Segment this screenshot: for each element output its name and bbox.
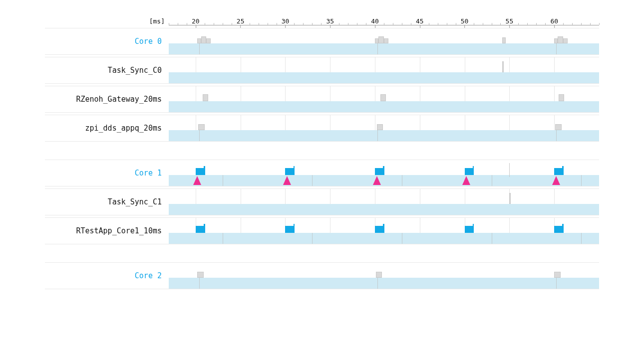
row-core2[interactable]: Core 2 — [45, 262, 599, 289]
row-label: Core 2 — [45, 263, 169, 289]
exec-block[interactable] — [502, 37, 506, 43]
exec-block[interactable] — [380, 94, 386, 101]
row-lane[interactable] — [169, 86, 599, 112]
execution-track — [169, 72, 599, 83]
trace-timeline-view: [ms]202530354045505560Core 0Task_Sync_C0… — [0, 0, 644, 362]
execution-track — [169, 278, 599, 289]
row-lane[interactable] — [169, 57, 599, 83]
axis-tick: 50 — [461, 17, 469, 25]
exec-block[interactable] — [563, 38, 568, 43]
axis-tick: 55 — [506, 17, 514, 25]
row-lane[interactable] — [169, 218, 599, 244]
exec-block[interactable] — [384, 38, 388, 43]
axis-tick: 40 — [371, 17, 379, 25]
row-lane[interactable] — [169, 263, 599, 289]
axis-tick: 25 — [237, 17, 245, 25]
exec-block[interactable] — [473, 224, 474, 233]
row-label: Core 0 — [45, 28, 169, 54]
row-rzenoh_gateway_20ms[interactable]: RZenoh_Gateway_20ms — [45, 86, 599, 113]
axis-tick: 45 — [416, 17, 424, 25]
exec-block[interactable] — [294, 224, 295, 233]
exec-block[interactable] — [198, 124, 205, 130]
activation-marker — [373, 176, 381, 185]
exec-block[interactable] — [204, 166, 205, 175]
axis-tick: 35 — [326, 17, 334, 25]
exec-block[interactable] — [554, 226, 562, 233]
exec-block[interactable] — [473, 166, 474, 175]
row-label: Task_Sync_C0 — [45, 57, 169, 83]
group-core1: Core 1Task_Sync_C1RTestApp_Core1_10ms — [45, 160, 599, 244]
exec-block[interactable] — [376, 272, 382, 278]
exec-block[interactable] — [201, 36, 207, 43]
exec-block[interactable] — [375, 168, 383, 175]
axis-tick: 20 — [192, 17, 200, 25]
exec-block[interactable] — [294, 166, 295, 175]
group-core2: Core 2 — [45, 262, 599, 289]
axis-tick: 30 — [282, 17, 290, 25]
row-lane[interactable] — [169, 189, 599, 215]
row-label: Core 1 — [45, 160, 169, 186]
activation-marker — [462, 176, 470, 185]
exec-block[interactable] — [555, 124, 562, 130]
exec-block[interactable] — [465, 226, 473, 233]
row-rtestapp_core1_10ms[interactable]: RTestApp_Core1_10ms — [45, 217, 599, 244]
row-core0[interactable]: Core 0 — [45, 28, 599, 55]
exec-block[interactable] — [554, 272, 561, 278]
group-core0: Core 0Task_Sync_C0RZenoh_Gateway_20mszpi… — [45, 28, 599, 142]
row-label: zpi_dds_appq_20ms — [45, 115, 169, 141]
axis-ticks: 202530354045505560 — [169, 10, 599, 25]
exec-block[interactable] — [562, 224, 564, 233]
exec-block[interactable] — [375, 226, 383, 233]
exec-block[interactable] — [377, 124, 383, 130]
timeline-chart[interactable]: [ms]202530354045505560Core 0Task_Sync_C0… — [45, 10, 599, 289]
exec-block[interactable] — [197, 38, 201, 43]
row-lane[interactable] — [169, 160, 599, 186]
exec-block[interactable] — [558, 36, 563, 43]
execution-track — [169, 175, 599, 186]
row-label: RTestApp_Core1_10ms — [45, 218, 169, 244]
exec-block[interactable] — [378, 36, 384, 43]
activation-marker — [283, 176, 291, 185]
exec-block[interactable] — [203, 94, 208, 101]
execution-track — [169, 43, 599, 54]
execution-track — [169, 204, 599, 215]
row-label: Task_Sync_C1 — [45, 189, 169, 215]
row-task_sync_c0[interactable]: Task_Sync_C0 — [45, 57, 599, 84]
row-task_sync_c1[interactable]: Task_Sync_C1 — [45, 188, 599, 215]
exec-block[interactable] — [554, 168, 562, 175]
exec-block[interactable] — [375, 38, 378, 43]
exec-block[interactable] — [509, 193, 511, 204]
exec-block[interactable] — [559, 94, 564, 101]
exec-block[interactable] — [562, 166, 564, 175]
exec-block[interactable] — [204, 224, 205, 233]
time-axis: [ms]202530354045505560 — [45, 10, 599, 25]
exec-block[interactable] — [554, 38, 558, 43]
exec-block[interactable] — [196, 226, 204, 233]
row-lane[interactable] — [169, 115, 599, 141]
axis-tick: 60 — [550, 17, 558, 25]
execution-track — [169, 233, 599, 244]
exec-block[interactable] — [196, 168, 204, 175]
exec-block[interactable] — [383, 224, 384, 233]
row-zpi_dds_appq_20ms[interactable]: zpi_dds_appq_20ms — [45, 115, 599, 142]
exec-block[interactable] — [206, 38, 211, 43]
exec-block[interactable] — [502, 61, 504, 72]
row-lane[interactable] — [169, 28, 599, 54]
exec-block[interactable] — [383, 166, 384, 175]
event-line — [509, 163, 510, 177]
row-core1[interactable]: Core 1 — [45, 160, 599, 186]
execution-track — [169, 130, 599, 141]
axis-unit: [ms] — [45, 17, 169, 25]
execution-track — [169, 101, 599, 112]
exec-block[interactable] — [465, 168, 473, 175]
exec-block[interactable] — [285, 226, 293, 233]
activation-marker — [552, 176, 560, 185]
exec-block[interactable] — [285, 168, 293, 175]
exec-block[interactable] — [197, 272, 204, 278]
row-label: RZenoh_Gateway_20ms — [45, 86, 169, 112]
activation-marker — [193, 176, 201, 185]
